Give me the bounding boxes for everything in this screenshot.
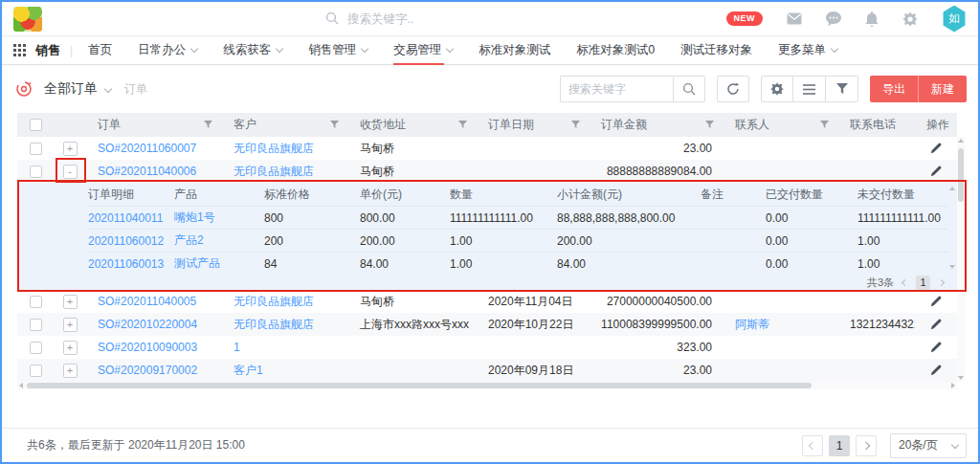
edit-icon[interactable] xyxy=(915,166,957,177)
list-search-button[interactable] xyxy=(673,76,705,102)
bell-icon[interactable] xyxy=(865,11,879,27)
detail-next-page-button[interactable] xyxy=(939,280,944,285)
row-checkbox[interactable] xyxy=(30,143,42,155)
funnel-icon[interactable] xyxy=(820,121,829,129)
row-checkbox[interactable] xyxy=(30,166,42,178)
customer-link[interactable]: 客户1 xyxy=(234,364,263,377)
amount-cell: 23.00 xyxy=(590,142,724,155)
filter-button[interactable] xyxy=(826,76,858,102)
scroll-down-icon xyxy=(958,376,964,380)
edit-icon[interactable] xyxy=(915,296,957,307)
amount-cell: 110008399999500.00 xyxy=(590,318,724,331)
scrollbar-thumb[interactable] xyxy=(958,148,964,202)
nav-item-home[interactable]: 首页 xyxy=(88,36,112,65)
nav-item-more-menu[interactable]: 更多菜单 xyxy=(778,36,837,65)
detail-prev-page-button[interactable] xyxy=(902,280,907,285)
order-link[interactable]: SO#202011040006 xyxy=(98,165,196,178)
row-checkbox[interactable] xyxy=(30,296,42,308)
nav-item-standard-object-test0[interactable]: 标准对象测试0 xyxy=(576,36,655,65)
order-link[interactable]: SO#202011040005 xyxy=(98,295,196,308)
prev-page-button[interactable] xyxy=(802,435,823,456)
create-button[interactable]: 新建 xyxy=(918,76,967,102)
nav-divider: | xyxy=(70,44,73,57)
chat-icon[interactable] xyxy=(826,11,841,26)
app-launcher-icon[interactable] xyxy=(13,44,26,56)
customer-link[interactable]: 无印良品旗舰店 xyxy=(234,295,314,308)
dcol-subtotal: 小计金额(元) xyxy=(557,187,701,203)
detail-scrollbar[interactable] xyxy=(948,187,955,269)
detail-line-link[interactable]: 202011040011 xyxy=(88,211,163,225)
funnel-icon[interactable] xyxy=(330,121,339,129)
edit-icon[interactable] xyxy=(915,143,957,154)
user-avatar[interactable]: 如 xyxy=(942,6,967,33)
export-button[interactable]: 导出 xyxy=(870,76,918,102)
row-checkbox[interactable] xyxy=(30,342,42,354)
row-checkbox[interactable] xyxy=(30,319,42,331)
amount-cell: 23.00 xyxy=(590,364,724,377)
app-logo[interactable] xyxy=(13,7,42,32)
vertical-scrollbar[interactable] xyxy=(957,137,965,382)
order-link[interactable]: SO#202010220004 xyxy=(98,318,197,331)
chevron-down-icon xyxy=(276,45,283,53)
list-view-button[interactable] xyxy=(793,76,826,102)
unit-price-cell: 84.00 xyxy=(360,257,450,271)
order-link[interactable]: SO#202011060007 xyxy=(98,142,196,155)
table-row: + SO#202011040005 无印良品旗舰店 马甸桥 2020年11月04… xyxy=(17,290,957,313)
next-page-button[interactable] xyxy=(856,435,877,456)
settings-button[interactable] xyxy=(761,76,793,102)
product-link[interactable]: 嘴炮1号 xyxy=(174,210,215,224)
horizontal-scrollbar[interactable] xyxy=(17,382,957,389)
current-page[interactable]: 1 xyxy=(829,435,850,456)
chevron-down-icon[interactable] xyxy=(104,85,112,93)
scrollbar-thumb[interactable] xyxy=(27,383,812,388)
customer-link[interactable]: 无印良品旗舰店 xyxy=(234,318,314,331)
order-link[interactable]: SO#202010090003 xyxy=(98,341,197,354)
detail-line-link[interactable]: 202011060012 xyxy=(88,234,164,248)
detail-line-link[interactable]: 202011060013 xyxy=(88,257,164,271)
nav-item-lead-acquisition[interactable]: 线索获客 xyxy=(223,36,282,65)
nav-item-daily-office[interactable]: 日常办公 xyxy=(138,36,197,65)
date-cell: 2020年11月04日 xyxy=(477,294,590,310)
refresh-button[interactable] xyxy=(717,76,749,102)
global-search[interactable]: 搜索关键字.. xyxy=(325,2,413,36)
funnel-icon[interactable] xyxy=(571,121,580,129)
collapse-toggle[interactable]: - xyxy=(63,165,78,179)
view-selector[interactable]: 全部订单 xyxy=(44,80,98,98)
address-cell: 马甸桥 xyxy=(348,294,477,310)
expand-toggle[interactable]: + xyxy=(63,295,78,309)
edit-icon[interactable] xyxy=(915,319,957,330)
edit-icon[interactable] xyxy=(915,342,957,353)
nav-item-test-migration-object[interactable]: 测试迁移对象 xyxy=(680,36,752,65)
customer-link[interactable]: 1 xyxy=(234,341,240,354)
nav-item-trade-management[interactable]: 交易管理 xyxy=(393,36,453,65)
detail-current-page[interactable]: 1 xyxy=(916,276,930,290)
expand-toggle[interactable]: + xyxy=(63,364,78,378)
page-size-select[interactable]: 20条/页 xyxy=(890,433,967,458)
funnel-icon[interactable] xyxy=(458,121,467,129)
gear-icon[interactable] xyxy=(902,11,918,27)
qty-cell: 1.00 xyxy=(450,234,557,248)
customer-link[interactable]: 无印良品旗舰店 xyxy=(234,142,314,155)
select-all-checkbox[interactable] xyxy=(30,119,42,131)
mail-icon[interactable] xyxy=(787,12,802,25)
col-actions: 操作 xyxy=(926,117,949,133)
table-row: + SO#202009170002 客户1 2020年09月18日 23.00 xyxy=(17,359,957,382)
topbar: 搜索关键字.. NEW 如 xyxy=(2,2,978,36)
funnel-icon[interactable] xyxy=(705,121,714,129)
product-link[interactable]: 产品2 xyxy=(174,233,204,247)
expand-toggle[interactable]: + xyxy=(63,142,78,156)
subtotal-cell: 88,888,888,888,800.00 xyxy=(557,211,701,225)
expand-toggle[interactable]: + xyxy=(63,341,78,355)
row-checkbox[interactable] xyxy=(30,365,42,377)
funnel-icon[interactable] xyxy=(204,121,212,129)
order-link[interactable]: SO#202009170002 xyxy=(98,364,197,377)
nav-item-sales-management[interactable]: 销售管理 xyxy=(308,36,368,65)
edit-icon[interactable] xyxy=(915,365,957,376)
app-name[interactable]: 销售 xyxy=(35,42,60,59)
product-link[interactable]: 测试产品 xyxy=(174,256,220,270)
nav-item-standard-object-test[interactable]: 标准对象测试 xyxy=(479,36,550,65)
customer-link[interactable]: 无印良品旗舰店 xyxy=(234,165,314,178)
list-search-input[interactable] xyxy=(560,76,673,102)
expand-toggle[interactable]: + xyxy=(63,318,78,332)
contact-link[interactable]: 阿斯蒂 xyxy=(735,318,769,331)
